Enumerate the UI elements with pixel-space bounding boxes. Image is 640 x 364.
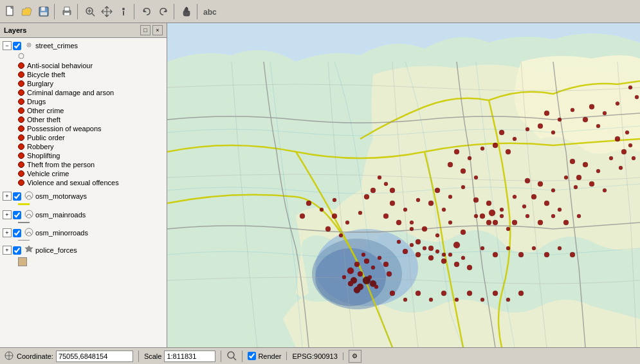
svg-point-30 [354, 262, 360, 267]
svg-point-50 [513, 195, 517, 199]
svg-point-130 [480, 298, 484, 302]
layer-icon-mainroads [24, 209, 34, 221]
zoom-full-button[interactable] [82, 4, 98, 19]
svg-rect-5 [64, 7, 69, 11]
layer-label-other-crime: Other crime [27, 107, 64, 114]
layer-item-robbery[interactable]: Robbery [15, 142, 167, 151]
expand-street-crimes[interactable]: − [3, 41, 12, 50]
crime-dot-violence [18, 179, 24, 186]
layer-row-mainroads[interactable]: + osm_mainroads [0, 208, 167, 221]
hand-tool-button[interactable] [179, 4, 194, 19]
crime-dot-drugs [18, 98, 24, 105]
svg-point-61 [558, 208, 562, 212]
layer-item-other-crime[interactable]: Other crime [15, 106, 167, 115]
layer-item-public-order[interactable]: Public order [15, 133, 167, 142]
layer-group-minorroads: + osm_minorroads [0, 225, 167, 242]
separator-4 [174, 4, 176, 19]
svg-point-57 [551, 188, 555, 192]
layer-row-street-crimes[interactable]: − street_crimes [0, 39, 167, 52]
svg-point-156 [577, 214, 581, 218]
minorroads-line-icon [18, 240, 30, 241]
expand-motorways[interactable]: + [3, 192, 12, 201]
layer-checkbox-motorways[interactable] [13, 192, 21, 201]
svg-point-60 [544, 201, 549, 206]
layer-checkbox-street-crimes[interactable] [13, 42, 21, 50]
separator-5 [197, 4, 199, 19]
motorways-line-icon [18, 203, 30, 205]
layer-item-shoplifting[interactable]: Shoplifting [15, 151, 167, 160]
layer-item-antisocial[interactable]: Anti-social behaviour [15, 61, 167, 70]
svg-point-122 [467, 265, 472, 270]
new-file-button[interactable] [3, 4, 18, 19]
svg-point-94 [603, 111, 607, 115]
scale-input[interactable] [164, 350, 215, 362]
layer-item-criminal-damage[interactable]: Criminal damage and arson [15, 88, 167, 97]
expand-minorroads[interactable]: + [3, 228, 12, 237]
svg-point-160 [518, 252, 524, 257]
redo-button[interactable] [156, 4, 171, 19]
pan-button[interactable] [99, 4, 114, 19]
layers-close-button[interactable]: × [152, 25, 163, 35]
svg-point-132 [506, 298, 510, 302]
crime-dot-burglary [18, 80, 24, 87]
render-checkbox[interactable] [248, 352, 256, 360]
svg-point-152 [526, 214, 529, 218]
layer-row-motorways[interactable]: + osm_motorways [0, 190, 167, 203]
open-button[interactable] [19, 4, 35, 19]
svg-point-140 [320, 208, 324, 212]
layer-checkbox-mainroads[interactable] [13, 211, 21, 219]
layer-item-weapons[interactable]: Possession of weapons [15, 124, 167, 133]
coordinate-input[interactable] [56, 350, 133, 362]
save-button[interactable] [36, 4, 51, 19]
crime-dot-bicycle [18, 71, 24, 78]
layer-item-theft-person[interactable]: Theft from the person [15, 160, 167, 169]
svg-point-98 [628, 86, 632, 89]
expand-police[interactable]: + [3, 246, 12, 255]
crime-dot-weapons [18, 125, 24, 132]
svg-point-58 [531, 194, 536, 199]
svg-point-123 [390, 291, 395, 296]
police-fill-icon [18, 257, 27, 266]
layer-item-drugs[interactable]: Drugs [15, 97, 167, 106]
abc-button[interactable]: abc [202, 4, 217, 19]
svg-point-143 [370, 188, 376, 193]
svg-point-101 [403, 208, 407, 212]
svg-point-28 [358, 271, 363, 277]
layers-float-button[interactable]: □ [140, 25, 151, 35]
separator-1 [54, 4, 57, 19]
layer-item-other-theft[interactable]: Other theft [15, 115, 167, 124]
layer-item-vehicle-crime[interactable]: Vehicle crime [15, 169, 167, 178]
layer-checkbox-police[interactable] [13, 246, 21, 255]
svg-point-17 [28, 44, 30, 46]
map-canvas[interactable] [167, 23, 640, 347]
svg-point-56 [538, 181, 543, 187]
svg-point-164 [570, 252, 575, 257]
svg-point-83 [499, 130, 504, 135]
svg-point-142 [333, 198, 336, 202]
layer-checkbox-minorroads[interactable] [13, 229, 21, 237]
svg-point-29 [378, 256, 381, 260]
layer-row-police[interactable]: + police_forces [0, 244, 167, 257]
layer-item-burglary[interactable]: Burglary [15, 79, 167, 88]
svg-point-151 [512, 220, 517, 225]
layer-row-minorroads[interactable]: + osm_minorroads [0, 226, 167, 239]
svg-point-78 [468, 156, 471, 160]
undo-button[interactable] [139, 4, 154, 19]
layer-item-bicycle-theft[interactable]: Bicycle theft [15, 70, 167, 79]
identify-button[interactable] [116, 4, 131, 19]
print-button[interactable] [59, 4, 75, 19]
svg-point-129 [467, 291, 472, 296]
layer-item-violence[interactable]: Violence and sexual offences [15, 178, 167, 187]
layer-icon-minorroads [24, 227, 34, 239]
magnifier-icon [226, 350, 237, 362]
crime-dot-shoplifting [18, 152, 24, 159]
crime-dot-vehicle [18, 170, 24, 177]
separator-2 [77, 4, 80, 19]
crs-value: EPSG:900913 [292, 352, 337, 360]
settings-button[interactable]: ⚙ [349, 350, 361, 363]
expand-mainroads[interactable]: + [3, 210, 12, 219]
svg-point-35 [361, 253, 365, 257]
layer-group-police: + police_forces [0, 242, 167, 268]
map-area[interactable] [167, 23, 640, 347]
layer-icon-street-crimes [24, 40, 34, 51]
